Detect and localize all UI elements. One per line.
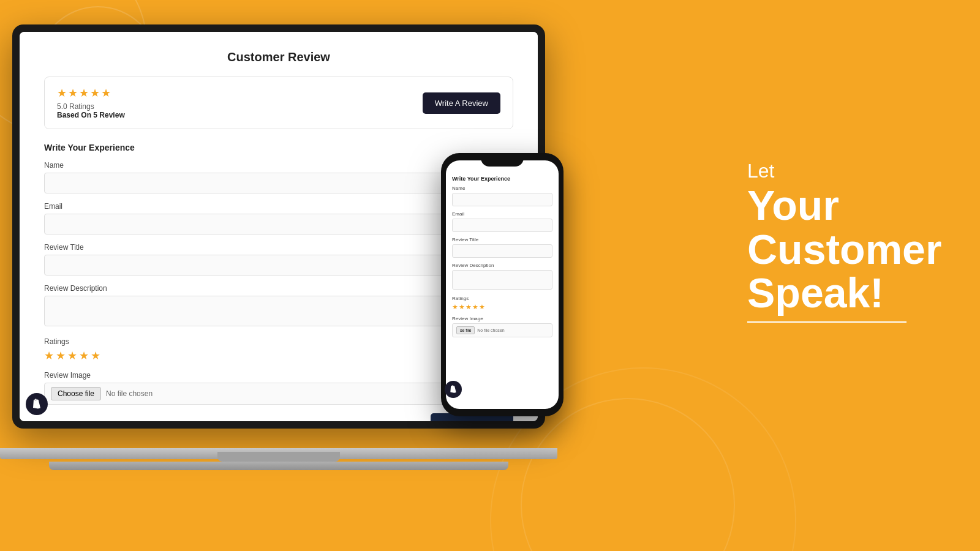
phone-star-2[interactable]: ★ <box>459 303 465 311</box>
rating-star-4[interactable]: ★ <box>79 349 89 362</box>
write-review-button[interactable]: Write A Review <box>423 92 500 114</box>
phone-review-title-group: Review Title <box>452 237 552 258</box>
phone: Write Your Experience Name Email Review … <box>441 153 564 416</box>
phone-name-group: Name <box>452 186 552 206</box>
star-1: ★ <box>57 86 67 100</box>
heading-line3: Speak! <box>747 269 884 316</box>
page-title: Customer Review <box>44 50 513 64</box>
shopify-icon-laptop <box>26 393 48 415</box>
phone-choose-file-button[interactable]: se file <box>456 326 475 334</box>
phone-image-label: Review Image <box>452 316 552 321</box>
star-2: ★ <box>68 86 78 100</box>
heading-line2: Customer <box>747 226 941 272</box>
phone-star-5[interactable]: ★ <box>479 303 485 311</box>
rating-summary-card: ★ ★ ★ ★ ★ 5.0 Ratings Based On 5 Review … <box>44 77 513 129</box>
phone-review-title-label: Review Title <box>452 237 552 242</box>
star-4: ★ <box>90 86 100 100</box>
phone-email-input[interactable] <box>452 219 552 232</box>
review-count-text: Based On 5 Review <box>57 111 125 119</box>
form-section-title: Write Your Experience <box>44 143 513 152</box>
phone-no-file-text: No file chosen <box>477 328 504 332</box>
heading-line1: Your <box>747 182 839 228</box>
phone-email-label: Email <box>452 211 552 217</box>
phone-ratings-stars[interactable]: ★ ★ ★ ★ ★ <box>452 303 552 311</box>
phone-review-desc-label: Review Description <box>452 263 552 268</box>
star-5: ★ <box>101 86 111 100</box>
let-text: Let <box>747 159 943 182</box>
phone-screen: Write Your Experience Name Email Review … <box>446 160 559 409</box>
phone-review-desc-group: Review Description <box>452 263 552 291</box>
phone-name-input[interactable] <box>452 193 552 206</box>
phone-form-title: Write Your Experience <box>452 176 552 182</box>
phone-file-wrapper: se file No file chosen <box>452 323 552 337</box>
phone-name-label: Name <box>452 186 552 191</box>
laptop-notch <box>217 452 340 462</box>
rating-star-2[interactable]: ★ <box>56 349 66 362</box>
phone-image-group: Review Image se file No file chosen <box>452 316 552 337</box>
phone-review-desc-textarea[interactable] <box>452 270 552 290</box>
phone-review-title-input[interactable] <box>452 244 552 258</box>
phone-outer: Write Your Experience Name Email Review … <box>441 153 564 416</box>
no-file-text: No file chosen <box>106 389 153 398</box>
phone-ratings-label: Ratings <box>452 296 552 301</box>
rating-star-5[interactable]: ★ <box>91 349 100 362</box>
rating-star-1[interactable]: ★ <box>44 349 54 362</box>
rating-summary-left: ★ ★ ★ ★ ★ 5.0 Ratings Based On 5 Review <box>57 86 125 119</box>
phone-star-1[interactable]: ★ <box>452 303 458 311</box>
right-text-block: Let Your Customer Speak! <box>747 159 943 323</box>
star-3: ★ <box>79 86 89 100</box>
phone-email-group: Email <box>452 211 552 232</box>
shopify-icon-phone <box>445 381 462 398</box>
laptop-base-bottom <box>49 462 508 470</box>
stars-display: ★ ★ ★ ★ ★ <box>57 86 125 100</box>
phone-star-3[interactable]: ★ <box>466 303 472 311</box>
phone-notch <box>481 153 524 167</box>
rating-text: 5.0 Ratings <box>57 102 125 111</box>
main-heading: Your Customer Speak! <box>747 184 943 315</box>
phone-ratings-group: Ratings ★ ★ ★ ★ ★ <box>452 296 552 311</box>
rating-star-3[interactable]: ★ <box>67 349 77 362</box>
divider-line <box>747 321 907 323</box>
choose-file-button[interactable]: Choose file <box>51 387 101 400</box>
phone-star-4[interactable]: ★ <box>472 303 478 311</box>
